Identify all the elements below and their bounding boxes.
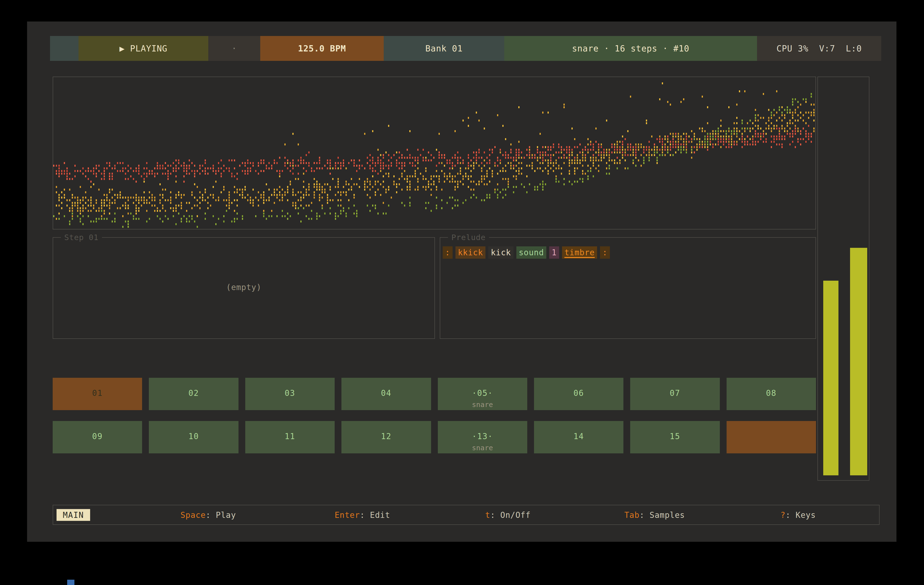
help-key: t xyxy=(485,510,490,519)
step-button-07[interactable]: 07 xyxy=(630,378,719,410)
waveform-display-panel xyxy=(53,77,816,229)
step-number: 07 xyxy=(630,388,719,398)
step-number: 02 xyxy=(149,388,238,398)
step-number: 11 xyxy=(245,432,335,441)
help-desc: : Edit xyxy=(360,510,390,519)
terminal-cursor xyxy=(67,580,74,585)
topbar-track-info[interactable]: snare · 16 steps · #10 xyxy=(504,36,757,61)
help-desc: : Samples xyxy=(640,510,685,519)
step-button-12[interactable]: 12 xyxy=(342,421,431,453)
step-button-02[interactable]: 02 xyxy=(149,378,238,410)
help-item-enter: Enter: Edit xyxy=(335,510,390,519)
step-number: 09 xyxy=(53,432,142,441)
step-number: 01 xyxy=(53,388,142,398)
prelude-title: Prelude xyxy=(448,233,489,242)
app-window: ▶ PLAYING·125.0 BPMBank 01snare · 16 ste… xyxy=(27,21,896,542)
step-detail-panel: Step 01 (empty) xyxy=(53,237,435,339)
help-item-tab: Tab: Samples xyxy=(624,510,685,519)
step-button-10[interactable]: 10 xyxy=(149,421,238,453)
prelude-token-kick[interactable]: kick xyxy=(488,246,513,259)
prelude-token-colon[interactable]: : xyxy=(600,246,610,259)
topbar-transport-state[interactable]: ▶ PLAYING xyxy=(79,36,208,61)
step-number: 15 xyxy=(630,432,719,441)
level-meter-panel xyxy=(817,77,870,481)
step-number: 14 xyxy=(534,432,624,441)
prelude-token-1[interactable]: 1 xyxy=(549,246,559,259)
waveform-scatter xyxy=(53,77,815,229)
prelude-panel: Prelude :kkickkicksound1timbre: xyxy=(440,237,816,339)
step-sample-label: snare xyxy=(438,444,527,452)
help-key: Tab xyxy=(624,510,640,519)
step-number: 10 xyxy=(149,432,238,441)
help-item-question: ?: Keys xyxy=(780,510,816,519)
prelude-token-sound[interactable]: sound xyxy=(516,246,546,259)
step-button-blank[interactable] xyxy=(727,421,816,453)
prelude-token-timbre[interactable]: timbre xyxy=(562,246,597,259)
topbar-bpm[interactable]: 125.0 BPM xyxy=(260,36,384,61)
prelude-code[interactable]: :kkickkicksound1timbre: xyxy=(443,246,610,259)
step-detail-title: Step 01 xyxy=(61,233,102,242)
topbar-separator: · xyxy=(208,36,260,61)
step-button-15[interactable]: 15 xyxy=(630,421,719,453)
topbar-bank[interactable]: Bank 01 xyxy=(384,36,504,61)
step-button-01[interactable]: 01 xyxy=(53,378,142,410)
step-number: 12 xyxy=(342,432,431,441)
step-button-06[interactable]: 06 xyxy=(534,378,624,410)
prelude-token-kkick[interactable]: kkick xyxy=(455,246,485,259)
help-bar: MAIN Space: PlayEnter: Editt: On/OffTab:… xyxy=(53,505,879,525)
help-desc: : On/Off xyxy=(490,510,531,519)
help-item-t: t: On/Off xyxy=(485,510,531,519)
step-button-03[interactable]: 03 xyxy=(245,378,335,410)
step-number: ·13· xyxy=(438,432,527,441)
status-bar: ▶ PLAYING·125.0 BPMBank 01snare · 16 ste… xyxy=(50,36,881,61)
prelude-token-colon[interactable]: : xyxy=(443,246,452,259)
meter-right xyxy=(850,248,867,475)
topbar-transport-spacer xyxy=(50,36,79,61)
step-button-11[interactable]: 11 xyxy=(245,421,335,453)
step-button-04[interactable]: 04 xyxy=(342,378,431,410)
help-key: Space xyxy=(180,510,206,519)
screen: ▶ PLAYING·125.0 BPMBank 01snare · 16 ste… xyxy=(0,0,924,585)
step-button-09[interactable]: 09 xyxy=(53,421,142,453)
help-key: Enter xyxy=(335,510,360,519)
step-sample-label: snare xyxy=(438,400,527,409)
step-empty-text: (empty) xyxy=(53,283,434,292)
help-item-space: Space: Play xyxy=(180,510,236,519)
topbar-system-stats: CPU 3% V:7 L:0 xyxy=(757,36,881,61)
meter-left xyxy=(823,281,838,475)
step-button-05[interactable]: ·05·snare xyxy=(438,378,527,410)
step-button-14[interactable]: 14 xyxy=(534,421,624,453)
help-key: ? xyxy=(780,510,785,519)
step-number: 03 xyxy=(245,388,335,398)
help-desc: : Keys xyxy=(785,510,816,519)
step-number: 04 xyxy=(342,388,431,398)
step-number: 06 xyxy=(534,388,624,398)
mode-badge: MAIN xyxy=(56,509,90,521)
step-number: 08 xyxy=(727,388,816,398)
help-desc: : Play xyxy=(206,510,236,519)
step-grid: 01020304·05·snare06070809101112·13·snare… xyxy=(53,378,816,453)
step-number: ·05· xyxy=(438,388,527,398)
step-button-13[interactable]: ·13·snare xyxy=(438,421,527,453)
step-button-08[interactable]: 08 xyxy=(727,378,816,410)
